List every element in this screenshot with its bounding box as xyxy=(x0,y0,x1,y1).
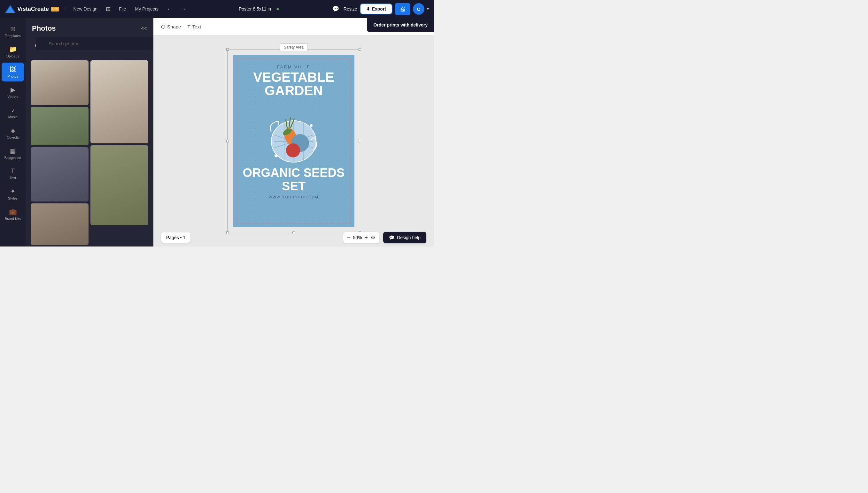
handle-middle-left[interactable] xyxy=(226,140,229,143)
shape-toolbar-item[interactable]: ⬡ Shape xyxy=(161,24,181,30)
sidebar-label-objects: Objects xyxy=(7,135,19,139)
file-button[interactable]: File xyxy=(116,5,129,13)
logo-area: VistaCreate Pro xyxy=(5,4,59,14)
chevron-down-icon: ▾ xyxy=(427,7,429,11)
sidebar-item-music[interactable]: ♪ Music xyxy=(2,103,24,122)
list-item[interactable] xyxy=(31,60,88,105)
top-navigation: VistaCreate Pro | New Design ⊞ File My P… xyxy=(0,0,434,18)
sidebar-item-styles[interactable]: ✦ Styles xyxy=(2,184,24,203)
poster-container: Safety Area FARM VILLE VEGETABLE GARDEN xyxy=(233,55,354,227)
photos-panel: Photos << 🔍 xyxy=(25,18,153,246)
svg-point-14 xyxy=(286,143,300,157)
print-button[interactable]: 🖨 xyxy=(395,3,410,15)
text-toolbar-item[interactable]: T Text xyxy=(187,24,201,29)
handle-top-left[interactable] xyxy=(226,48,229,51)
zoom-in-button[interactable]: + xyxy=(365,234,368,241)
text-icon: T xyxy=(11,167,15,175)
website-text: WWW.YOURSHOP.COM xyxy=(269,195,318,199)
design-help-button[interactable]: 💬 Design help xyxy=(383,232,426,243)
text-label: Text xyxy=(192,24,201,29)
sidebar-item-objects[interactable]: ◈ Objects xyxy=(2,123,24,143)
farm-ville-text: FARM VILLE xyxy=(277,64,310,69)
objects-icon: ◈ xyxy=(11,126,15,134)
search-wrapper: 🔍 xyxy=(31,37,148,55)
pages-button[interactable]: Pages • 1 xyxy=(161,233,190,243)
photos-grid xyxy=(25,60,153,246)
project-title: Poster 8.5x11 in xyxy=(239,6,271,12)
sidebar-label-styles: Styles xyxy=(8,196,18,200)
sidebar-label-music: Music xyxy=(8,115,18,119)
videos-icon: ▶ xyxy=(11,86,15,93)
sidebar-label-videos: Videos xyxy=(7,95,18,99)
sidebar-item-uploads[interactable]: 📁 Uploads xyxy=(2,42,24,61)
resize-button[interactable]: Resize xyxy=(344,6,357,12)
nav-center: Poster 8.5x11 in ● xyxy=(192,6,326,12)
canvas-area: ⬡ Shape T Text xyxy=(153,18,434,246)
music-icon: ♪ xyxy=(11,106,14,114)
new-design-button[interactable]: New Design xyxy=(71,5,100,13)
sync-icon: ● xyxy=(276,6,279,12)
list-item[interactable] xyxy=(31,107,88,145)
collapse-panel-button[interactable]: << xyxy=(141,25,147,31)
sidebar-item-photos[interactable]: 🖼 Photos xyxy=(2,63,24,81)
photos-icon: 🖼 xyxy=(9,66,16,73)
sidebar-label-text: Text xyxy=(9,176,16,180)
poster-content: FARM VILLE VEGETABLE GARDEN xyxy=(233,55,354,205)
sidebar-label-uploads: Uploads xyxy=(6,54,19,58)
photos-header: Photos << xyxy=(25,18,153,37)
list-item[interactable] xyxy=(31,203,88,245)
shape-label: Shape xyxy=(167,24,181,29)
canvas-workspace[interactable]: Safety Area FARM VILLE VEGETABLE GARDEN xyxy=(153,36,434,246)
photos-panel-title: Photos xyxy=(32,24,56,33)
logo-icon xyxy=(5,4,15,14)
export-icon: ⬇ xyxy=(366,6,370,12)
nav-right: 💬 Resize ⬇ Export 🖨 C ▾ xyxy=(330,3,429,15)
uploads-icon: 📁 xyxy=(9,45,17,53)
list-item[interactable] xyxy=(31,147,88,201)
photos-column-right xyxy=(90,60,148,246)
sidebar-item-videos[interactable]: ▶ Videos xyxy=(2,83,24,102)
svg-point-17 xyxy=(310,124,313,127)
zoom-out-button[interactable]: − xyxy=(347,234,351,241)
order-prints-tooltip: Order prints with delivery xyxy=(367,18,434,32)
pro-badge: Pro xyxy=(51,7,59,12)
design-help-label: Design help xyxy=(397,235,420,240)
handle-top-right[interactable] xyxy=(358,48,361,51)
sidebar-item-brand-kits[interactable]: 💼 Brand Kits xyxy=(2,205,24,224)
poster-design[interactable]: FARM VILLE VEGETABLE GARDEN xyxy=(233,55,354,227)
logo-text: VistaCreate xyxy=(17,6,49,13)
zoom-settings-button[interactable]: ⚙ xyxy=(370,234,375,241)
sidebar-label-templates: Templates xyxy=(5,34,21,38)
vegetable-illustration xyxy=(259,100,329,164)
search-input[interactable] xyxy=(36,37,153,50)
redo-button[interactable]: → xyxy=(178,4,188,14)
safety-area-label: Safety Area xyxy=(280,43,308,51)
icon-sidebar: ⊞ Templates 📁 Uploads 🖼 Photos ▶ Videos … xyxy=(0,18,25,246)
vegetable-garden-text: VEGETABLE GARDEN xyxy=(240,70,348,98)
photos-column-left xyxy=(31,60,88,246)
export-button[interactable]: ⬇ Export xyxy=(360,3,392,14)
export-label: Export xyxy=(372,6,386,12)
list-item[interactable] xyxy=(90,145,148,225)
zoom-level: 50% xyxy=(353,235,362,240)
undo-button[interactable]: ← xyxy=(165,4,174,14)
sidebar-item-text[interactable]: T Text xyxy=(2,164,24,183)
avatar[interactable]: C xyxy=(413,3,425,15)
list-item[interactable] xyxy=(90,60,148,143)
brand-kits-icon: 💼 xyxy=(9,208,17,216)
background-icon: ▦ xyxy=(10,147,16,154)
sidebar-item-templates[interactable]: ⊞ Templates xyxy=(2,22,24,41)
sidebar-item-background[interactable]: ▦ Bckground xyxy=(2,144,24,163)
sidebar-label-background: Bckground xyxy=(4,156,21,160)
templates-icon: ⊞ xyxy=(10,25,16,33)
comment-button[interactable]: 💬 xyxy=(330,4,341,14)
bottom-bar: Pages • 1 − 50% + ⚙ 💬 Design help xyxy=(153,229,434,246)
my-projects-button[interactable]: My Projects xyxy=(132,5,161,13)
chat-icon: 💬 xyxy=(389,235,394,240)
organic-seeds-text: ORGANIC SEEDS SET xyxy=(240,166,348,193)
grid-icon-button[interactable]: ⊞ xyxy=(104,4,112,14)
text-icon: T xyxy=(187,24,190,29)
handle-middle-right[interactable] xyxy=(358,140,361,143)
shape-icon: ⬡ xyxy=(161,24,165,30)
styles-icon: ✦ xyxy=(10,188,16,195)
